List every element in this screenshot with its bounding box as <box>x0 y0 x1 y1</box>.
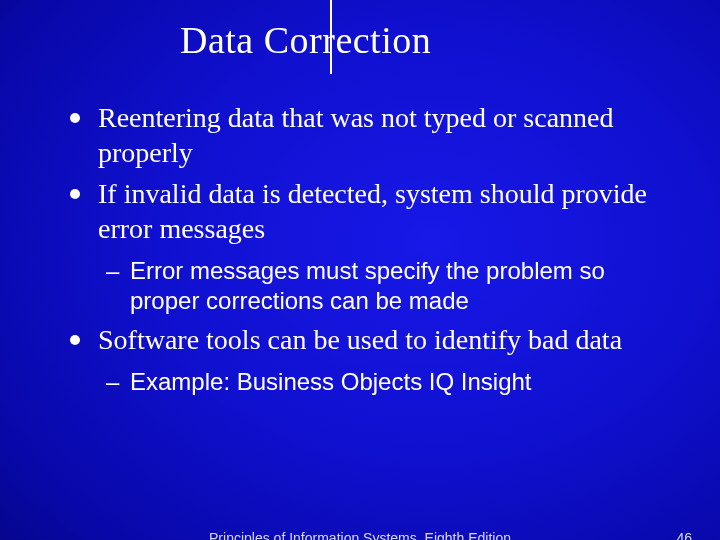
title-area: Data Correction <box>180 18 680 62</box>
sub-bullet-text: Error messages must specify the problem … <box>130 257 605 314</box>
list-item: If invalid data is detected, system shou… <box>70 176 670 316</box>
bullet-text: Software tools can be used to identify b… <box>98 324 622 355</box>
slide-title: Data Correction <box>180 18 680 62</box>
page-number: 46 <box>676 530 692 540</box>
sub-bullet-list: Example: Business Objects IQ Insight <box>106 367 670 397</box>
bullet-text: Reentering data that was not typed or sc… <box>98 102 614 168</box>
slide-content: Reentering data that was not typed or sc… <box>40 100 680 397</box>
bullet-text: If invalid data is detected, system shou… <box>98 178 647 244</box>
sub-bullet-text: Example: Business Objects IQ Insight <box>130 368 532 395</box>
title-divider <box>330 0 332 74</box>
list-item: Error messages must specify the problem … <box>106 256 670 316</box>
footer-source: Principles of Information Systems, Eight… <box>0 530 720 540</box>
sub-bullet-list: Error messages must specify the problem … <box>106 256 670 316</box>
slide: Data Correction Reentering data that was… <box>0 0 720 540</box>
list-item: Reentering data that was not typed or sc… <box>70 100 670 170</box>
list-item: Software tools can be used to identify b… <box>70 322 670 397</box>
bullet-list: Reentering data that was not typed or sc… <box>70 100 670 397</box>
list-item: Example: Business Objects IQ Insight <box>106 367 670 397</box>
